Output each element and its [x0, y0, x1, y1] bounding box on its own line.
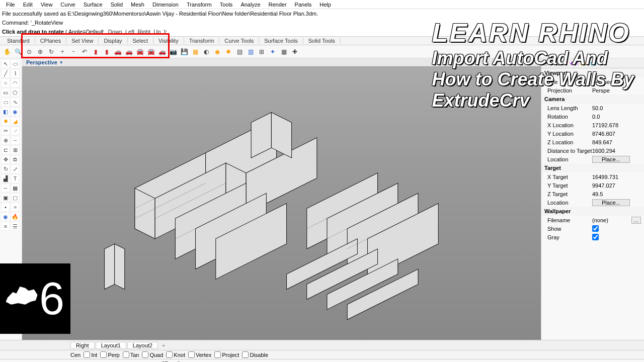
tab-solidtools[interactable]: Solid Tools	[303, 38, 341, 44]
dim-icon[interactable]: ↔	[1, 184, 10, 193]
menu-mesh[interactable]: Mesh	[127, 2, 148, 8]
menu-solid[interactable]: Solid	[107, 2, 127, 8]
car4-icon[interactable]: 🚘	[146, 47, 156, 57]
technical-icon[interactable]: ⊞	[257, 47, 267, 57]
artistic-icon[interactable]: ✦	[268, 47, 278, 57]
point-icon[interactable]: •	[1, 203, 10, 212]
undo-view-icon[interactable]: ↶	[79, 47, 90, 57]
tab-layers-icon[interactable]: La	[550, 60, 555, 66]
front-view-icon[interactable]: ▮	[102, 47, 112, 57]
opt-down[interactable]: Down	[108, 29, 122, 35]
gray-checkbox[interactable]	[592, 234, 599, 240]
tab-h-icon[interactable]: ▦H	[591, 60, 599, 66]
tab-transform[interactable]: Transform	[184, 38, 220, 44]
val-zloc[interactable]: 849.647	[592, 139, 641, 145]
ungroup-icon[interactable]: ▢	[11, 193, 20, 202]
vtab-layout2[interactable]: Layout2	[127, 342, 158, 349]
lasso-icon[interactable]: ⬭	[11, 59, 20, 68]
menu-panels[interactable]: Panels	[291, 2, 316, 8]
menu-edit[interactable]: Edit	[19, 2, 37, 8]
array-icon[interactable]: ⊞	[11, 145, 20, 154]
perspective-viewport[interactable]	[22, 67, 541, 340]
zoom-window-icon[interactable]: 🔍	[13, 47, 23, 57]
trim-icon[interactable]: ✂	[1, 126, 10, 135]
polygon-icon[interactable]: ⬠	[11, 88, 20, 97]
arc-icon[interactable]: ◠	[11, 78, 20, 87]
osnap-int[interactable]: Int	[84, 351, 97, 358]
flame-icon[interactable]: 🔥	[11, 212, 20, 221]
tab-visibility[interactable]: Visibility	[153, 38, 184, 44]
add-tab-icon[interactable]: +	[159, 342, 168, 348]
menu-view[interactable]: View	[37, 2, 57, 8]
tab-curvetools[interactable]: Curve Tools	[219, 38, 259, 44]
menu-file[interactable]: File	[2, 2, 19, 8]
osnap-quad[interactable]: Quad	[142, 351, 163, 358]
opt-left[interactable]: Left	[125, 29, 134, 35]
tab-select[interactable]: Select	[128, 38, 154, 44]
layers-icon[interactable]: ☰	[11, 222, 20, 231]
move-icon[interactable]: ✥	[1, 155, 10, 164]
val-filename[interactable]: (none)	[592, 217, 631, 223]
opt-right[interactable]: Right	[137, 29, 150, 35]
rotate-view-icon[interactable]: ↻	[46, 47, 56, 57]
tab-m-icon[interactable]: ◆M	[570, 60, 578, 66]
text-icon[interactable]: T	[11, 174, 20, 183]
place-camera-button[interactable]: Place...	[592, 156, 630, 163]
polyline-icon[interactable]: ⌇	[11, 69, 20, 78]
group-icon[interactable]: ▣	[1, 193, 10, 202]
browse-button[interactable]: …	[631, 217, 641, 224]
car2-icon[interactable]: 🚗	[124, 47, 134, 57]
car3-icon[interactable]: 🚘	[135, 47, 145, 57]
hatch-icon[interactable]: ▦	[11, 184, 20, 193]
axes-icon[interactable]: ✚	[290, 47, 300, 57]
viewport-dropdown-icon[interactable]: ▼	[59, 60, 63, 65]
rect-icon[interactable]: ▭	[1, 88, 10, 97]
osnap-disable[interactable]: Disable	[242, 351, 268, 358]
extend-icon[interactable]: →	[11, 136, 20, 145]
car-icon[interactable]: 🚗	[113, 47, 123, 57]
tab-display-icon[interactable]: ◧	[557, 60, 562, 66]
rendered-icon[interactable]: ▤	[234, 47, 245, 57]
menu-tools[interactable]: Tools	[216, 2, 237, 8]
join-icon[interactable]: ⊕	[1, 136, 10, 145]
menu-curve[interactable]: Curve	[56, 2, 79, 8]
zoom-dynamic-icon[interactable]: ⊕	[35, 47, 45, 57]
circle-icon[interactable]: ○	[1, 78, 10, 87]
shade-icon[interactable]: ◐	[201, 47, 211, 57]
tab-cplanes[interactable]: CPlanes	[35, 38, 67, 44]
val-yloc[interactable]: 8746.807	[592, 131, 641, 137]
mirror-icon[interactable]: ▟	[1, 174, 10, 183]
pointer-icon[interactable]: ↖	[1, 59, 10, 68]
tab-standard[interactable]: Standard	[2, 38, 35, 44]
ghosted-icon[interactable]: ◉	[212, 47, 222, 57]
viewport-title-bar[interactable]: Perspective ▼	[22, 58, 541, 67]
val-lens[interactable]: 50.0	[592, 105, 641, 111]
osnap-perp[interactable]: Perp	[100, 351, 119, 358]
tab-li-icon[interactable]: ◉Li	[580, 60, 589, 66]
menu-analyze[interactable]: Analyze	[236, 2, 264, 8]
vtab-right[interactable]: Right	[70, 342, 95, 349]
split-icon[interactable]: ⟋	[11, 126, 20, 135]
place-target-button[interactable]: Place...	[592, 199, 630, 206]
wireframe-icon[interactable]: ▦	[190, 47, 200, 57]
osnap-vertex[interactable]: Vertex	[188, 351, 211, 358]
grid-icon[interactable]: ▦	[279, 47, 289, 57]
osnap-project[interactable]: Project	[214, 351, 239, 358]
top-view-icon[interactable]: ▮	[91, 47, 101, 57]
menu-render[interactable]: Render	[265, 2, 291, 8]
scale-icon[interactable]: ⤢	[11, 164, 20, 173]
zoom-out-icon[interactable]: －	[68, 47, 78, 57]
osnap-knot[interactable]: Knot	[166, 351, 185, 358]
tab-g-icon[interactable]: ✿	[564, 60, 568, 66]
cylinder-icon[interactable]: ◉	[11, 107, 20, 116]
menu-surface[interactable]: Surface	[79, 2, 107, 8]
menu-transform[interactable]: Transform	[183, 2, 216, 8]
val-rotation[interactable]: 0.0	[592, 114, 641, 120]
props-icon[interactable]: ≡	[1, 222, 10, 231]
val-xtarget[interactable]: 16499.731	[592, 174, 641, 180]
fillet-icon[interactable]: ◢	[11, 117, 20, 126]
val-xloc[interactable]: 17192.678	[592, 122, 641, 128]
line-icon[interactable]: ╱	[1, 69, 10, 78]
car5-icon[interactable]: 🚗	[157, 47, 167, 57]
tab-display[interactable]: Display	[99, 38, 127, 44]
